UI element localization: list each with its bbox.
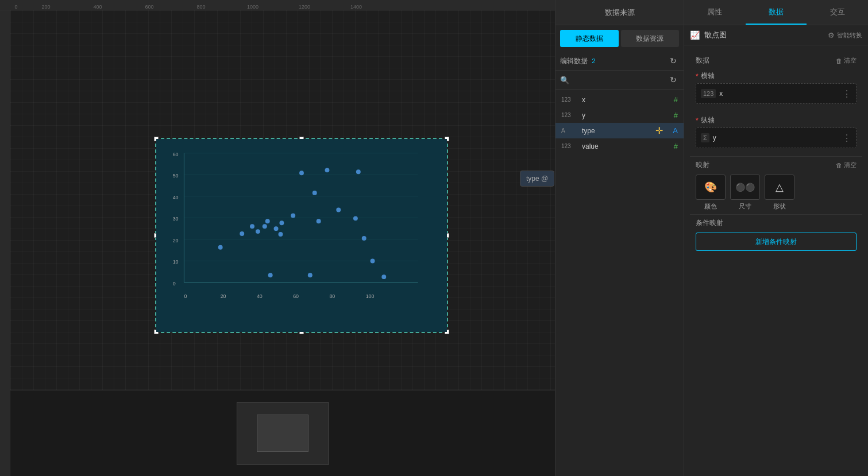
- svg-point-36: [336, 208, 341, 212]
- field-item-value[interactable]: 123 value #: [555, 138, 684, 154]
- canvas-area: 0 200 400 600 800 1000 1200 1400 60 50 4…: [0, 0, 555, 476]
- field-item-y[interactable]: 123 y #: [555, 107, 684, 123]
- y-field-more-btn[interactable]: ⋮: [842, 133, 851, 144]
- props-panel: 属性 数据 交互 📈 散点图 ⚙ 智能转换 数据 🗑 清空 * 横轴 1: [684, 0, 868, 476]
- ruler-tick: 1200: [299, 4, 310, 10]
- smart-convert-label: 智能转换: [837, 31, 862, 40]
- clear-data-btn[interactable]: 🗑 清空: [836, 56, 857, 65]
- ruler-tick: 0: [14, 4, 17, 10]
- conditional-label: 条件映射: [696, 218, 857, 228]
- svg-point-34: [317, 219, 321, 223]
- chart-wrapper[interactable]: 60 50 40 30 20 10 0 0 20 40 60 80 100: [155, 138, 448, 333]
- field-hash-y[interactable]: #: [674, 111, 678, 119]
- field-alpha-type[interactable]: A: [673, 126, 678, 135]
- refresh-btn[interactable]: ↻: [668, 55, 679, 67]
- x-axis-section: * 横轴 123 x ⋮: [690, 68, 862, 112]
- field-list: 123 x # 123 y # A type ✛ A 123 value #: [555, 90, 684, 476]
- tab-resource[interactable]: 数据资源: [621, 30, 680, 47]
- svg-text:0: 0: [184, 293, 187, 299]
- field-type-y: 123: [561, 112, 578, 118]
- svg-point-30: [278, 232, 283, 237]
- ruler-tick: 400: [93, 4, 102, 10]
- thumbnail-chart: [257, 415, 308, 452]
- smart-convert-btn[interactable]: ⚙ 智能转换: [828, 31, 862, 40]
- ruler-tick: 1000: [247, 4, 259, 10]
- mapping-items: 🎨 颜色 ⚫⚫ 尺寸 △ 形状: [696, 175, 857, 211]
- field-hash-value[interactable]: #: [674, 142, 678, 150]
- svg-point-29: [279, 220, 284, 225]
- edit-bar: 编辑数据 2 ↻: [555, 52, 684, 71]
- x-axis-field-box[interactable]: 123 x ⋮: [696, 83, 857, 104]
- svg-text:30: 30: [173, 216, 179, 222]
- y-axis-label: * 纵轴: [696, 115, 857, 125]
- ruler-tick: 800: [196, 4, 205, 10]
- datasource-tab-header: 数据来源: [555, 0, 684, 25]
- field-name-value: value: [582, 142, 674, 150]
- svg-point-33: [313, 191, 317, 195]
- chart-svg: 60 50 40 30 20 10 0 0 20 40 60 80 100: [156, 139, 447, 332]
- smart-convert-icon: ⚙: [828, 31, 835, 40]
- svg-text:0: 0: [173, 281, 176, 287]
- type-hint-text: type @: [526, 175, 548, 183]
- field-hash-x[interactable]: #: [674, 95, 678, 104]
- svg-point-38: [356, 169, 361, 174]
- y-axis-section: * 纵轴 Σ y ⋮: [690, 112, 862, 156]
- field-name-x: x: [582, 96, 674, 104]
- svg-text:60: 60: [293, 293, 299, 299]
- tab-attr[interactable]: 属性: [684, 0, 746, 25]
- field-item-x[interactable]: 123 x #: [555, 92, 684, 107]
- mapping-item-color[interactable]: 🎨 颜色: [696, 175, 726, 211]
- mapping-icon-shape: △: [765, 175, 794, 200]
- svg-text:10: 10: [173, 259, 179, 265]
- svg-text:100: 100: [366, 293, 375, 299]
- mapping-section: 映射 🗑 清空 🎨 颜色 ⚫⚫ 尺寸 △ 形状: [690, 156, 862, 214]
- datasource-panel: 数据来源 静态数据 数据资源 编辑数据 2 ↻ 🔍 ↻ 123 x # 123 …: [555, 0, 684, 476]
- y-axis-field-box[interactable]: Σ y ⋮: [696, 127, 857, 148]
- props-tabs: 属性 数据 交互: [684, 0, 868, 25]
- clear-mapping-icon: 🗑: [836, 162, 842, 169]
- x-field-more-btn[interactable]: ⋮: [842, 88, 851, 99]
- drag-icon[interactable]: ✛: [655, 125, 663, 136]
- clear-mapping-btn[interactable]: 🗑 清空: [836, 161, 857, 169]
- chart-type-name: 散点图: [704, 30, 823, 40]
- thumbnail-preview: [237, 402, 329, 465]
- mapping-icon-size: ⚫⚫: [730, 175, 760, 200]
- svg-text:40: 40: [257, 293, 263, 299]
- svg-point-24: [250, 224, 254, 229]
- svg-text:60: 60: [173, 152, 179, 157]
- tab-interact[interactable]: 交互: [807, 0, 868, 25]
- svg-point-43: [381, 274, 386, 279]
- search-refresh-btn[interactable]: ↻: [668, 74, 679, 86]
- thumbnail-area: [10, 390, 555, 476]
- y-field-text: y: [713, 134, 842, 142]
- mapping-icon-color: 🎨: [696, 175, 726, 200]
- y-axis-required: *: [696, 117, 699, 125]
- svg-point-27: [265, 219, 270, 223]
- mapping-item-shape[interactable]: △ 形状: [765, 175, 794, 211]
- x-field-text: x: [719, 90, 842, 98]
- svg-text:50: 50: [173, 173, 179, 179]
- add-condition-btn[interactable]: 新增条件映射: [696, 233, 857, 251]
- svg-text:80: 80: [329, 293, 335, 299]
- clear-icon: 🗑: [836, 57, 842, 64]
- chart-type-icon: 📈: [690, 30, 700, 40]
- chart-header: 📈 散点图 ⚙ 智能转换: [684, 25, 868, 45]
- y-field-type-icon: Σ: [701, 133, 709, 142]
- edit-label: 编辑数据 2: [560, 56, 664, 66]
- search-input[interactable]: [572, 76, 665, 84]
- svg-point-28: [274, 226, 279, 231]
- svg-text:40: 40: [173, 195, 179, 200]
- field-item-type[interactable]: A type ✛ A: [555, 123, 684, 138]
- mapping-label: 映射: [696, 160, 709, 170]
- tab-static[interactable]: 静态数据: [560, 30, 619, 47]
- ruler-tick: 1400: [350, 4, 362, 10]
- mapping-item-size[interactable]: ⚫⚫ 尺寸: [730, 175, 760, 211]
- data-section-label: 数据: [696, 56, 709, 65]
- conditional-section: 条件映射 新增条件映射: [690, 214, 862, 254]
- search-bar: 🔍 ↻: [555, 71, 684, 90]
- tab-data[interactable]: 数据: [746, 0, 807, 25]
- data-section-header: 数据 🗑 清空: [690, 51, 862, 68]
- field-type-x: 123: [561, 96, 578, 103]
- type-hint-tooltip: type @: [520, 171, 554, 187]
- svg-point-25: [256, 229, 260, 234]
